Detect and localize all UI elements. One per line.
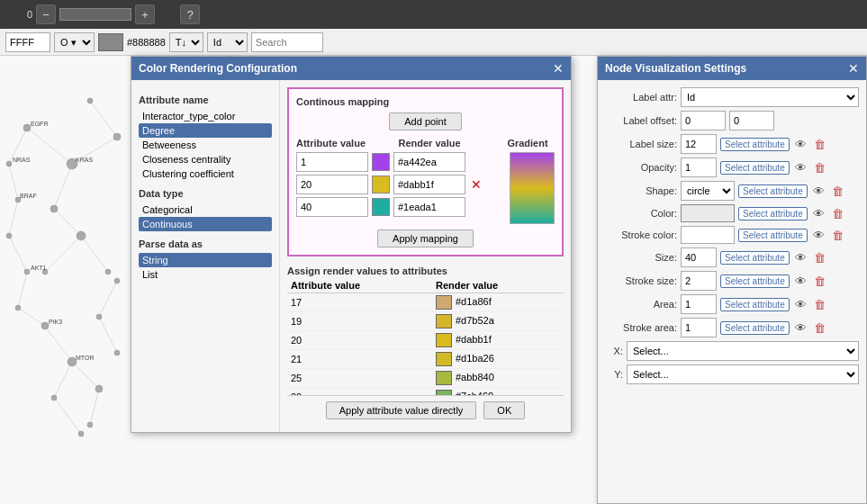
mapping-attr-3[interactable] [296, 197, 368, 217]
shape-trash-btn[interactable]: 🗑 [830, 184, 845, 198]
node-vis-title: Node Visualization Settings [605, 62, 746, 75]
area-trash-btn[interactable]: 🗑 [812, 298, 827, 311]
parse-string[interactable]: String [139, 253, 272, 267]
assign-col-attr: Attribute value [287, 278, 432, 293]
assign-render-val: #d1ba26 [432, 350, 564, 369]
attr-item-clustering[interactable]: Clustering coefficient [139, 166, 272, 181]
size-trash-btn[interactable]: 🗑 [812, 251, 827, 265]
color-dialog-title: Color Rendering Configuration [139, 62, 297, 75]
assign-render-val: #d7b52a [432, 312, 564, 331]
stroke-area-select-attr[interactable]: Select attribute [720, 321, 790, 335]
stroke-size-select-attr[interactable]: Select attribute [720, 274, 790, 288]
color-hex-2[interactable] [393, 175, 465, 194]
shape-select-attr[interactable]: Select attribute [738, 184, 808, 198]
area-select-attr[interactable]: Select attribute [720, 298, 790, 311]
parse-list[interactable]: List [139, 267, 272, 282]
mapping-attr-2[interactable] [296, 175, 368, 194]
attr-item-closeness[interactable]: Closeness centrality [139, 152, 272, 166]
assign-render-val: #abb840 [432, 369, 564, 388]
stroke-color-eye-btn[interactable]: 👁 [811, 229, 826, 242]
label-offset-x[interactable] [681, 111, 726, 130]
mapping-rows: ✕ [296, 152, 502, 224]
id-select[interactable]: Id [207, 32, 248, 52]
attr-item-interactor[interactable]: Interactor_type_color [139, 109, 272, 123]
color-dialog-close[interactable]: ✕ [553, 61, 564, 76]
size-input[interactable] [681, 248, 717, 267]
assign-attr-val: 20 [287, 331, 432, 350]
gradient-preview [510, 152, 555, 224]
color-swatch-3[interactable] [372, 198, 390, 216]
opacity-eye-btn[interactable]: 👁 [793, 161, 808, 175]
label-size-select-attr[interactable]: Select attribute [720, 138, 790, 151]
ok-btn[interactable]: OK [483, 401, 525, 419]
assign-attr-val: 21 [287, 350, 432, 369]
label-size-input[interactable] [681, 134, 717, 154]
zoom-plus-btn[interactable]: + [135, 4, 155, 24]
label-offset-y[interactable] [729, 111, 774, 130]
color-picker-swatch[interactable] [98, 33, 123, 51]
stroke-area-trash-btn[interactable]: 🗑 [812, 321, 827, 335]
shape-select-nv[interactable]: circle [681, 181, 735, 201]
nv-label-attr-label: Label attr: [605, 92, 677, 103]
mapping-row-2: ✕ [296, 175, 502, 194]
datatype-continuous[interactable]: Continuous [139, 217, 272, 231]
stroke-size-eye-btn[interactable]: 👁 [793, 274, 808, 288]
opacity-trash-btn[interactable]: 🗑 [812, 161, 827, 175]
attr-item-betweeness[interactable]: Betweeness [139, 138, 272, 152]
nv-row-label-size: Label size: Select attribute 👁 🗑 [605, 134, 859, 154]
mapping-attr-1[interactable] [296, 152, 368, 172]
mapping-row-1 [296, 152, 502, 172]
color-hex-3[interactable] [393, 197, 465, 217]
color-label-input[interactable] [5, 32, 50, 52]
stroke-area-input[interactable] [681, 318, 717, 338]
stroke-color-trash-btn[interactable]: 🗑 [830, 229, 845, 242]
delete-row-2[interactable]: ✕ [469, 177, 483, 192]
color-hex-display: #888888 [127, 37, 166, 48]
attr-item-degree[interactable]: Degree [139, 123, 272, 138]
label-attr-select[interactable]: Id [681, 87, 859, 107]
color-swatch-2[interactable] [372, 176, 390, 194]
cont-mapping-title: Continous mapping [296, 96, 555, 107]
text-select[interactable]: T↓ [169, 32, 203, 52]
color-eye-btn[interactable]: 👁 [811, 207, 826, 220]
size-eye-btn[interactable]: 👁 [793, 251, 808, 265]
area-input[interactable] [681, 294, 717, 314]
apply-attr-directly-btn[interactable]: Apply attribute value directly [326, 401, 477, 419]
stroke-color-select-attr[interactable]: Select attribute [738, 229, 808, 242]
apply-mapping-btn[interactable]: Apply mapping [377, 230, 474, 248]
nv-color-label: Color: [605, 208, 677, 219]
color-trash-btn[interactable]: 🗑 [830, 207, 845, 220]
datatype-categorical[interactable]: Categorical [139, 202, 272, 217]
stroke-size-input[interactable] [681, 271, 717, 291]
svg-line-13 [9, 164, 18, 200]
svg-text:KRAS: KRAS [76, 157, 93, 163]
opacity-select-attr[interactable]: Select attribute [720, 161, 790, 175]
color-select-attr[interactable]: Select attribute [738, 207, 808, 220]
size-select-attr[interactable]: Select attribute [720, 251, 790, 265]
label-size-eye-btn[interactable]: 👁 [793, 138, 808, 151]
svg-text:AKT1: AKT1 [31, 265, 47, 271]
color-swatch-1[interactable] [372, 153, 390, 171]
shape-select[interactable]: O ▾ [54, 32, 95, 52]
help-btn[interactable]: ? [180, 4, 200, 24]
stroke-size-trash-btn[interactable]: 🗑 [812, 274, 827, 288]
mapping-row-3 [296, 197, 502, 217]
x-select[interactable]: Select... [627, 341, 859, 361]
add-point-btn[interactable]: Add point [389, 112, 461, 130]
assign-table-scroll[interactable]: Attribute value Render value 17#d1a86f 1… [287, 278, 564, 395]
node-vis-close[interactable]: ✕ [848, 61, 859, 76]
zoom-minus-btn[interactable]: − [36, 4, 56, 24]
color-swatch-nv[interactable] [681, 204, 735, 222]
color-hex-1[interactable] [393, 152, 465, 172]
search-input[interactable] [251, 32, 323, 52]
opacity-input[interactable] [681, 158, 717, 177]
label-size-trash-btn[interactable]: 🗑 [812, 138, 827, 151]
zoom-slider[interactable] [59, 8, 131, 21]
stroke-area-eye-btn[interactable]: 👁 [793, 321, 808, 335]
stroke-color-swatch[interactable] [681, 226, 735, 244]
nv-size-label: Size: [605, 252, 677, 263]
shape-eye-btn[interactable]: 👁 [811, 184, 826, 198]
y-select[interactable]: Select... [627, 364, 859, 384]
area-eye-btn[interactable]: 👁 [793, 298, 808, 311]
nv-row-stroke-area: Stroke area: Select attribute 👁 🗑 [605, 318, 859, 338]
